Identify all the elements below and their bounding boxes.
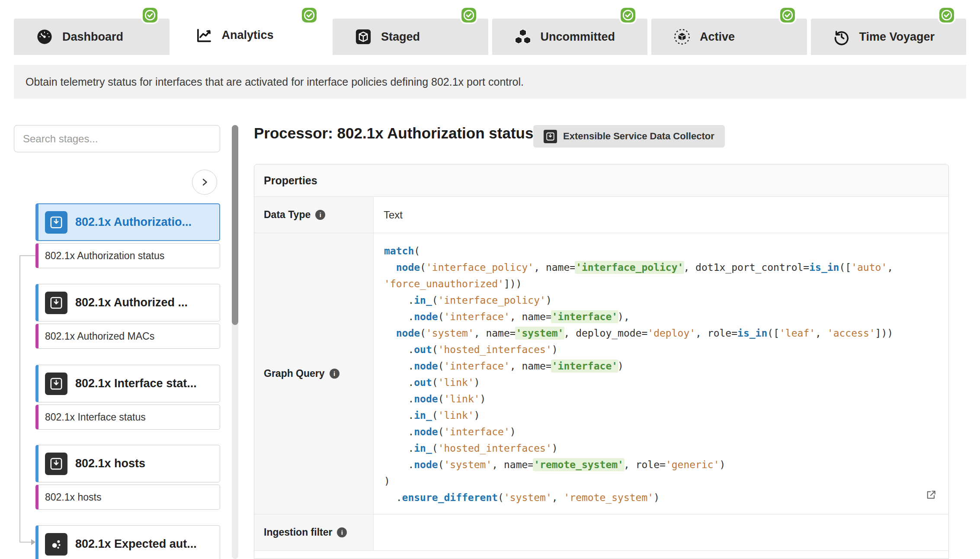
collector-icon	[45, 373, 67, 395]
ingestion-filter-row: Ingestion filter i	[254, 514, 948, 551]
tab-label: Staged	[381, 30, 420, 44]
tab-label: Analytics	[222, 29, 274, 42]
tab-active[interactable]: Active	[651, 19, 807, 55]
code-line: .in_('hosted_interfaces')	[384, 440, 948, 456]
code-line: node('system', name='system', deploy_mod…	[384, 325, 948, 341]
description-text: Obtain telemetry status for interfaces t…	[26, 76, 524, 88]
tab-bar: DashboardAnalyticsStagedUncommittedActiv…	[14, 0, 966, 61]
collector-type-badge: Extensible Service Data Collector	[533, 125, 725, 148]
description-bar: Obtain telemetry status for interfaces t…	[14, 65, 966, 99]
ingestion-filter-label: Ingestion filter	[264, 527, 332, 538]
stage-output-label: 802.1x Interface status	[45, 411, 146, 423]
tab-label: Active	[700, 30, 735, 44]
stage-title: 802.1x Authorized ...	[75, 296, 188, 309]
code-line: )	[384, 473, 948, 489]
properties-title: Properties	[264, 174, 317, 187]
page-title: Processor: 802.1x Authorization status	[254, 125, 533, 142]
check-badge-icon	[141, 6, 159, 24]
code-line: .in_('link')	[384, 407, 948, 424]
data-type-label-cell: Data Type i	[254, 197, 374, 233]
stage-output-label: 802.1x hosts	[45, 492, 101, 503]
info-icon[interactable]: i	[330, 369, 339, 379]
graph-query-label-cell: Graph Query i	[254, 233, 374, 514]
processor-icon	[45, 533, 67, 556]
code-line: 'force_unauthorized']))	[384, 276, 948, 292]
tab-staged[interactable]: Staged	[333, 19, 488, 55]
check-badge-icon	[938, 6, 956, 24]
stage-output-card[interactable]: 802.1x Interface status	[35, 405, 220, 430]
stage-output-card[interactable]: 802.1x hosts	[35, 485, 220, 510]
staged-cube-icon	[354, 28, 372, 46]
stage-list: 802.1x Authorizatio...802.1x Authorizati…	[14, 125, 221, 559]
check-badge-icon	[300, 6, 318, 24]
code-line: node('interface_policy', name='interface…	[384, 259, 948, 276]
code-line: .in_('interface_policy')	[384, 292, 948, 308]
tab-label: Dashboard	[62, 30, 123, 44]
code-line: match(	[384, 243, 948, 259]
stage-title: 802.1x hosts	[75, 457, 145, 470]
data-type-label: Data Type	[264, 209, 311, 221]
stage-processor-card[interactable]: 802.1x hosts	[35, 445, 220, 482]
check-badge-icon	[778, 6, 797, 24]
code-line: .node('interface', name='interface')	[384, 358, 948, 374]
stage-group: 802.1x Expected aut...	[35, 525, 220, 559]
graph-query-code: match( node('interface_policy', name='in…	[374, 233, 948, 514]
tab-label: Time Voyager	[859, 30, 935, 44]
code-line: .out('hosted_interfaces')	[384, 341, 948, 358]
stage-sidebar: 802.1x Authorizatio...802.1x Authorizati…	[14, 125, 221, 559]
ingestion-filter-label-cell: Ingestion filter i	[254, 514, 374, 550]
collector-icon	[45, 453, 67, 475]
tab-dashboard[interactable]: Dashboard	[14, 19, 170, 55]
tab-uncommitted[interactable]: Uncommitted	[492, 19, 648, 55]
stage-group: 802.1x Authorized ...802.1x Authorized M…	[35, 284, 220, 349]
history-clock-icon	[833, 28, 851, 46]
collector-icon	[45, 292, 67, 314]
stage-output-card[interactable]: 802.1x Authorization status	[35, 243, 220, 268]
tab-label: Uncommitted	[541, 30, 615, 44]
check-badge-icon	[460, 6, 478, 24]
cubes-icon	[514, 28, 532, 46]
info-icon[interactable]: i	[315, 210, 325, 220]
stage-processor-card[interactable]: 802.1x Interface stat...	[35, 365, 220, 402]
app-window: DashboardAnalyticsStagedUncommittedActiv…	[0, 0, 980, 559]
chart-icon	[195, 26, 213, 45]
properties-header: Properties	[254, 164, 948, 197]
check-badge-icon	[619, 6, 637, 24]
stage-processor-card[interactable]: 802.1x Expected aut...	[35, 525, 220, 559]
active-cube-icon	[673, 28, 691, 46]
tab-analytics[interactable]: Analytics	[173, 10, 329, 61]
info-icon[interactable]: i	[337, 527, 347, 537]
sidebar-scrollbar-thumb[interactable]	[232, 125, 238, 325]
code-line: .ensure_different('system', 'remote_syst…	[384, 489, 948, 506]
sidebar-scrollbar[interactable]	[232, 125, 238, 559]
stage-group: 802.1x Interface stat...802.1x Interface…	[35, 365, 220, 430]
code-line: .node('interface', name='interface'),	[384, 308, 948, 325]
stage-title: 802.1x Expected aut...	[75, 537, 197, 551]
open-external-icon[interactable]	[925, 489, 937, 501]
next-row-partial	[254, 551, 948, 559]
code-line: .node('system', name='remote_system', ro…	[384, 456, 948, 473]
code-line: .out('link')	[384, 374, 948, 391]
graph-query-row: Graph Query i match( node('interface_pol…	[254, 233, 948, 514]
stage-processor-card[interactable]: 802.1x Authorized ...	[35, 284, 220, 321]
data-type-value: Text	[374, 197, 948, 233]
stage-title: 802.1x Interface stat...	[75, 377, 197, 390]
collector-icon	[544, 130, 557, 143]
stage-output-card[interactable]: 802.1x Authorized MACs	[35, 324, 220, 349]
stage-title: 802.1x Authorizatio...	[75, 215, 192, 229]
stage-group: 802.1x hosts802.1x hosts	[35, 445, 220, 510]
stage-output-label: 802.1x Authorized MACs	[45, 331, 154, 342]
stage-group: 802.1x Authorizatio...802.1x Authorizati…	[35, 203, 220, 268]
collector-icon	[45, 211, 67, 234]
code-line: .node('link')	[384, 391, 948, 407]
ingestion-filter-value	[374, 514, 948, 550]
code-line: .node('interface')	[384, 424, 948, 440]
collector-type-badge-label: Extensible Service Data Collector	[563, 131, 714, 142]
tab-time-voyager[interactable]: Time Voyager	[811, 19, 967, 55]
graph-query-label: Graph Query	[264, 368, 325, 379]
data-type-row: Data Type i Text	[254, 197, 948, 233]
stage-output-label: 802.1x Authorization status	[45, 250, 164, 262]
stage-processor-card[interactable]: 802.1x Authorizatio...	[35, 203, 220, 241]
gauge-icon	[35, 28, 54, 46]
properties-panel: Properties Data Type i Text Graph Query …	[254, 164, 949, 559]
